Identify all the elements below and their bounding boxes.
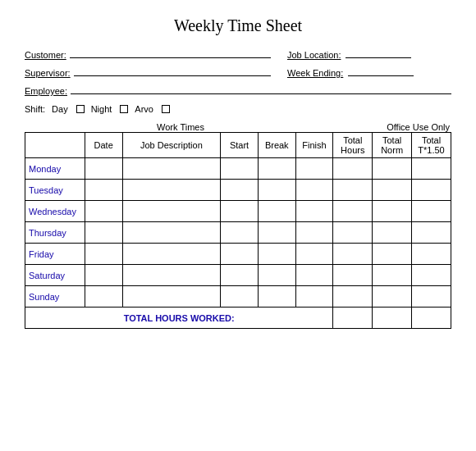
job-location-input-line[interactable] xyxy=(346,57,411,58)
header-day xyxy=(25,133,85,158)
table-row: Monday xyxy=(25,158,451,180)
day-thursday: Thursday xyxy=(25,222,85,244)
header-total-t150: Total T*1.50 xyxy=(412,133,451,158)
week-ending-input-line[interactable] xyxy=(348,75,414,76)
table-row: Friday xyxy=(25,244,451,265)
supervisor-input-line[interactable] xyxy=(74,75,271,76)
work-times-label: Work Times xyxy=(25,122,336,132)
total-row: TOTAL HOURS WORKED: xyxy=(25,308,451,329)
day-saturday: Saturday xyxy=(25,265,85,286)
shift-label: Shift: xyxy=(25,104,45,114)
job-location-label: Job Location: xyxy=(287,50,341,60)
table-row: Thursday xyxy=(25,222,451,244)
table-header-row: Date Job Description Start Break Finish … xyxy=(25,133,451,158)
header-break: Break xyxy=(258,133,295,158)
table-row: Sunday xyxy=(25,286,451,308)
header-date: Date xyxy=(85,133,122,158)
total-norm-value[interactable] xyxy=(373,308,412,329)
table-row: Wednesday xyxy=(25,201,451,222)
shift-night-checkbox[interactable] xyxy=(120,105,128,113)
total-hours-worked-label: TOTAL HOURS WORKED: xyxy=(25,308,333,329)
employee-input-line[interactable] xyxy=(71,93,451,94)
header-total-norm: Total Norm xyxy=(373,133,412,158)
shift-row: Shift: Day Night Arvo xyxy=(25,104,451,114)
day-sunday: Sunday xyxy=(25,286,85,308)
supervisor-label: Supervisor: xyxy=(25,68,71,78)
office-use-only-label: Office Use Only xyxy=(336,122,451,132)
page-title: Weekly Time Sheet xyxy=(25,16,451,35)
table-row: Tuesday xyxy=(25,180,451,201)
customer-label: Customer: xyxy=(25,50,66,60)
header-job-description: Job Description xyxy=(122,133,221,158)
day-friday: Friday xyxy=(25,244,85,265)
form-section: Customer: Job Location: Supervisor: Week… xyxy=(25,50,451,114)
header-start: Start xyxy=(221,133,259,158)
total-t150-value[interactable] xyxy=(412,308,451,329)
shift-arvo-label: Arvo xyxy=(135,104,153,114)
shift-night-label: Night xyxy=(91,104,112,114)
section-labels: Work Times Office Use Only xyxy=(25,122,451,132)
shift-day-label: Day xyxy=(52,104,68,114)
table-row: Saturday xyxy=(25,265,451,286)
header-finish: Finish xyxy=(295,133,333,158)
shift-arvo-checkbox[interactable] xyxy=(162,105,170,113)
timesheet-table: Date Job Description Start Break Finish … xyxy=(25,132,451,329)
week-ending-label: Week Ending: xyxy=(287,68,343,78)
day-wednesday: Wednesday xyxy=(25,201,85,222)
header-total-hours: Total Hours xyxy=(333,133,373,158)
customer-input-line[interactable] xyxy=(70,57,271,58)
employee-label: Employee: xyxy=(25,86,67,96)
shift-day-checkbox[interactable] xyxy=(76,105,85,113)
day-tuesday: Tuesday xyxy=(25,180,85,201)
total-hours-value[interactable] xyxy=(333,308,373,329)
day-monday: Monday xyxy=(25,158,85,180)
